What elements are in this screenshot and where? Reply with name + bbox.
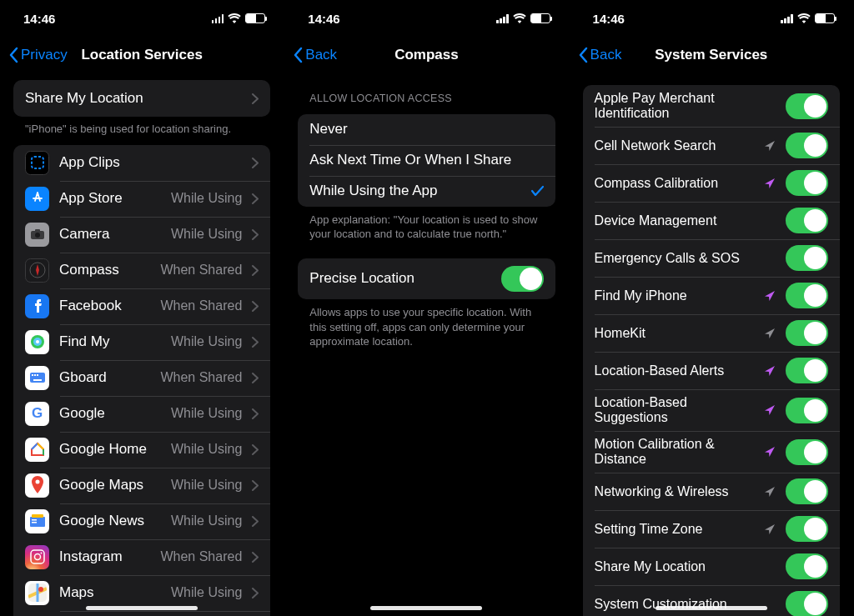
row-detail: While Using [171, 442, 242, 457]
app-explanation: App explanation: "Your location is used … [284, 207, 568, 243]
battery-icon [530, 13, 550, 23]
back-button[interactable]: Back [293, 47, 337, 63]
svg-point-13 [35, 480, 39, 484]
app-icon [25, 366, 49, 390]
app-row[interactable]: GboardWhen Shared [13, 360, 270, 396]
app-row[interactable]: CameraWhile Using [13, 217, 270, 253]
toggle-switch[interactable] [786, 516, 828, 542]
service-row[interactable]: HomeKit [583, 314, 840, 352]
toggle-switch[interactable] [786, 133, 828, 158]
row-label: Precise Location [309, 270, 490, 287]
app-row[interactable]: CompassWhen Shared [13, 253, 270, 288]
share-footer-text: "iPhone" is being used for location shar… [0, 117, 284, 138]
toggle-switch[interactable] [501, 266, 544, 292]
service-row[interactable]: Motion Calibration & Distance [583, 431, 840, 473]
app-icon [25, 223, 49, 247]
row-detail: When Shared [160, 370, 242, 385]
row-label: Compass [59, 262, 150, 278]
row-label: Google Maps [59, 477, 161, 493]
chevron-right-icon [252, 229, 259, 240]
service-row[interactable]: Find My iPhone [583, 277, 840, 314]
app-row[interactable]: Google NewsWhile Using [13, 503, 270, 539]
service-row[interactable]: System Customization [583, 585, 840, 616]
row-label: Facebook [59, 298, 150, 314]
status-icons [496, 13, 550, 23]
back-label: Back [305, 47, 337, 63]
back-button[interactable]: Privacy [8, 47, 68, 63]
home-indicator [656, 606, 767, 610]
service-row[interactable]: Location-Based Alerts [583, 352, 840, 389]
row-label: Google [59, 405, 161, 422]
toggle-switch[interactable] [786, 398, 828, 423]
checkmark-icon [531, 185, 544, 197]
toggle-switch[interactable] [786, 170, 828, 196]
access-option-row[interactable]: While Using the App [298, 176, 555, 207]
row-detail: While Using [171, 191, 242, 206]
service-row[interactable]: Apple Pay Merchant Identification [583, 85, 840, 127]
service-row[interactable]: Location-Based Suggestions [583, 389, 840, 431]
chevron-right-icon [252, 337, 259, 348]
row-label: Location-Based Suggestions [595, 395, 754, 425]
nav-bar: Back System Services [570, 37, 853, 73]
chevron-right-icon [252, 265, 259, 276]
share-my-location-row[interactable]: Share My Location [13, 80, 270, 117]
toggle-switch[interactable] [786, 93, 828, 119]
app-row[interactable]: FacebookWhen Shared [13, 288, 270, 324]
row-label: Camera [59, 226, 161, 243]
status-bar: 14:46 [284, 0, 568, 37]
app-row[interactable]: Find MyWhile Using [13, 324, 270, 360]
app-row[interactable]: App StoreWhile Using [13, 181, 270, 217]
toggle-switch[interactable] [786, 439, 828, 465]
toggle-switch[interactable] [786, 208, 828, 233]
access-option-row[interactable]: Ask Next Time Or When I Share [298, 145, 555, 176]
toggle-switch[interactable] [786, 591, 828, 616]
app-row[interactable]: Google MapsWhile Using [13, 468, 270, 503]
row-label: Motion Calibration & Distance [595, 437, 754, 467]
cellular-bars-icon [212, 14, 224, 23]
location-arrow-icon [764, 365, 776, 377]
precise-footer: Allows apps to use your specific locatio… [284, 299, 568, 351]
service-row[interactable]: Share My Location [583, 548, 840, 585]
app-icon [25, 294, 49, 318]
chevron-right-icon [252, 93, 259, 104]
app-row[interactable]: InstagramWhen Shared [13, 539, 270, 575]
screen-system-services: 14:46 Back System Services Apple Pay Mer… [570, 0, 854, 616]
app-row[interactable]: GGoogleWhile Using [13, 396, 270, 432]
toggle-switch[interactable] [786, 320, 828, 346]
service-row[interactable]: Cell Network Search [583, 127, 840, 164]
location-arrow-icon [764, 523, 776, 535]
back-label: Privacy [21, 47, 68, 63]
wifi-icon [513, 13, 526, 23]
apps-group: App ClipsApp StoreWhile UsingCameraWhile… [13, 145, 270, 616]
row-label: Never [309, 121, 543, 138]
svg-point-2 [35, 233, 40, 238]
status-time: 14:46 [593, 12, 625, 26]
service-row[interactable]: Device Management [583, 202, 840, 239]
toggle-switch[interactable] [786, 478, 828, 504]
toggle-switch[interactable] [786, 358, 828, 383]
back-button[interactable]: Back [578, 47, 622, 63]
app-row[interactable]: App Clips [13, 145, 270, 181]
access-option-row[interactable]: Never [298, 114, 555, 145]
service-row[interactable]: Emergency Calls & SOS [583, 239, 840, 277]
chevron-right-icon [252, 301, 259, 312]
row-label: Networking & Wireless [595, 484, 754, 499]
service-row[interactable]: Setting Time Zone [583, 510, 840, 548]
location-arrow-icon [764, 446, 776, 458]
toggle-switch[interactable] [786, 245, 828, 271]
app-icon [25, 258, 49, 283]
row-label: Share My Location [25, 90, 242, 107]
app-icon: G [25, 402, 49, 426]
toggle-switch[interactable] [786, 283, 828, 308]
svg-rect-18 [31, 550, 44, 563]
cellular-bars-icon [781, 14, 793, 23]
service-row[interactable]: Networking & Wireless [583, 473, 840, 510]
row-label: While Using the App [309, 183, 520, 199]
app-row[interactable]: Google HomeWhile Using [13, 432, 270, 468]
app-row[interactable]: Siri & DictationWhile Using [13, 611, 270, 616]
row-detail: While Using [171, 478, 242, 493]
row-detail: When Shared [160, 298, 242, 313]
precise-location-row[interactable]: Precise Location [298, 258, 555, 299]
service-row[interactable]: Compass Calibration [583, 164, 840, 202]
toggle-switch[interactable] [786, 553, 828, 579]
